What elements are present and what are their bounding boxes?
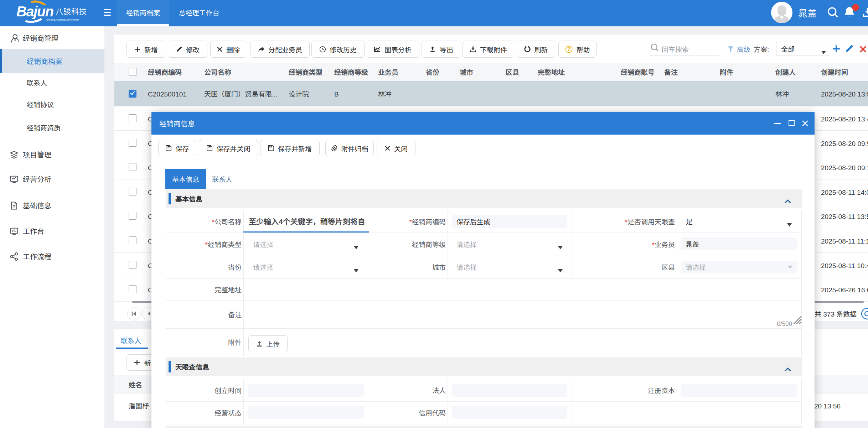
svg-text:?: ? bbox=[568, 46, 571, 52]
